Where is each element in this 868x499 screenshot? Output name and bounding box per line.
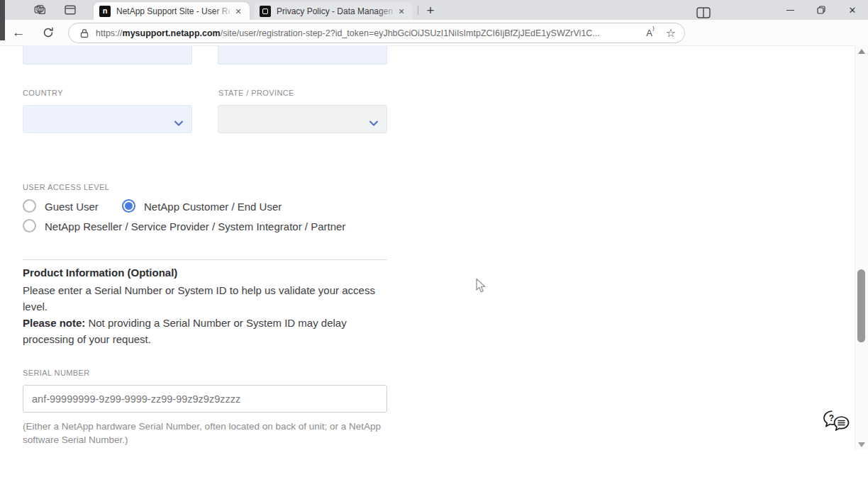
workspaces-icon[interactable] bbox=[31, 3, 50, 17]
tab-close-icon[interactable]: ✕ bbox=[233, 6, 244, 17]
chevron-down-icon bbox=[369, 117, 379, 130]
country-label: COUNTRY bbox=[23, 89, 63, 97]
favorites-star-icon[interactable]: ☆ bbox=[666, 28, 676, 39]
serial-number-label: SERIAL NUMBER bbox=[23, 369, 90, 377]
new-tab-button[interactable]: + bbox=[422, 3, 439, 18]
radio-selected-dot bbox=[125, 202, 133, 210]
radio-label-netapp-customer[interactable]: NetApp Customer / End User bbox=[144, 201, 282, 213]
minimize-icon bbox=[786, 10, 794, 11]
read-aloud-icon[interactable]: A) bbox=[646, 28, 654, 38]
serial-number-input[interactable] bbox=[23, 385, 387, 413]
help-chat-button[interactable]: ? bbox=[822, 409, 852, 437]
radio-guest-user[interactable] bbox=[23, 199, 36, 213]
tab-title: NetApp Support Site - User Regi bbox=[116, 6, 230, 16]
svg-text:?: ? bbox=[829, 413, 834, 423]
url-host: mysupport.netapp.com bbox=[123, 28, 221, 38]
access-level-label: USER ACCESS LEVEL bbox=[23, 183, 109, 191]
tab-title-fade bbox=[377, 2, 397, 16]
privacy-favicon bbox=[260, 6, 271, 17]
netapp-favicon: n bbox=[99, 6, 111, 17]
close-window-button[interactable]: ✕ bbox=[837, 0, 868, 20]
refresh-button[interactable] bbox=[38, 23, 58, 42]
chevron-down-icon bbox=[174, 117, 184, 130]
city-field-cutoff[interactable] bbox=[23, 45, 192, 65]
radio-netapp-customer[interactable] bbox=[122, 199, 135, 213]
vertical-scrollbar-thumb[interactable] bbox=[857, 269, 865, 342]
vertical-scrollbar-track[interactable] bbox=[855, 45, 868, 449]
url-text: https://mysupport.netapp.com/site/user/r… bbox=[96, 28, 640, 38]
minimize-button[interactable] bbox=[774, 0, 806, 20]
url-path: /site/user/registration-step-2?id_token=… bbox=[221, 28, 600, 38]
note-label: Please note: bbox=[23, 317, 85, 329]
product-info-intro: Please enter a Serial Number or System I… bbox=[23, 282, 393, 315]
browser-window: n NetApp Support Site - User Regi ✕ Priv… bbox=[0, 0, 868, 499]
section-divider bbox=[23, 259, 387, 260]
radio-label-guest-user[interactable]: Guest User bbox=[45, 201, 99, 213]
radio-label-netapp-reseller[interactable]: NetApp Reseller / Service Provider / Sys… bbox=[45, 220, 345, 232]
vertical-tabs-icon[interactable] bbox=[61, 3, 79, 17]
restore-button[interactable] bbox=[806, 0, 837, 20]
product-info-note: Please note:Not providing a Serial Numbe… bbox=[23, 315, 393, 347]
url-scheme: https:// bbox=[96, 28, 123, 38]
background-window-edge bbox=[0, 0, 5, 40]
postal-field-cutoff[interactable] bbox=[218, 45, 387, 65]
address-bar[interactable]: https://mysupport.netapp.com/site/user/r… bbox=[68, 23, 685, 43]
tab-close-icon[interactable]: ✕ bbox=[396, 6, 407, 17]
restore-icon bbox=[817, 6, 825, 14]
country-dropdown[interactable] bbox=[23, 105, 192, 133]
scroll-down-arrow[interactable] bbox=[858, 442, 865, 447]
state-label: STATE / PROVINCE bbox=[218, 89, 294, 97]
back-button[interactable]: ← bbox=[9, 23, 28, 42]
state-dropdown[interactable] bbox=[218, 105, 387, 133]
serial-number-help: (Either a NetApp hardware Serial Number,… bbox=[23, 420, 389, 447]
product-info-heading: Product Information (Optional) bbox=[23, 267, 177, 279]
lock-icon bbox=[80, 28, 89, 38]
split-screen-icon[interactable] bbox=[694, 4, 713, 21]
tab-title-fade bbox=[214, 2, 234, 16]
tab-title: Privacy Policy - Data Managemen bbox=[277, 6, 393, 16]
mouse-cursor bbox=[475, 278, 487, 297]
chat-bubbles-icon: ? bbox=[822, 409, 852, 437]
refresh-icon bbox=[43, 27, 54, 38]
tab-strip-divider bbox=[418, 6, 418, 15]
radio-netapp-reseller[interactable] bbox=[23, 219, 36, 232]
scroll-up-arrow[interactable] bbox=[858, 49, 865, 54]
